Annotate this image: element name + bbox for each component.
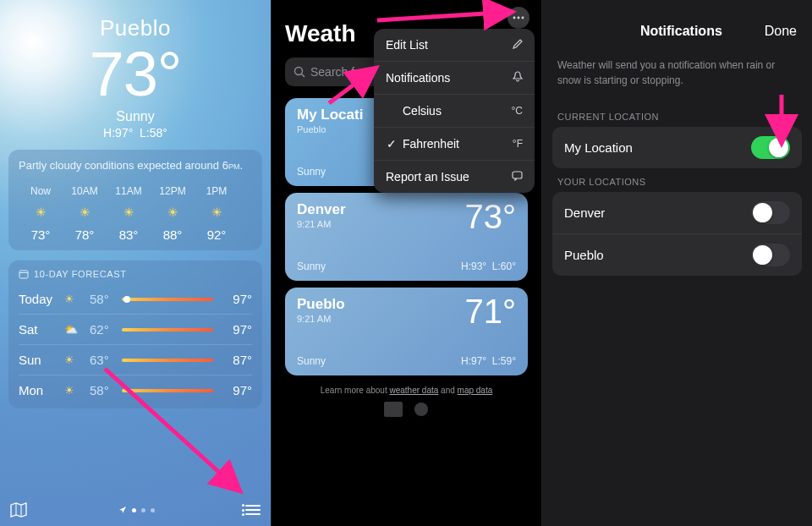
svg-rect-7	[384, 402, 403, 417]
forecast-message-card: Partly cloudy conditions expected around…	[8, 150, 262, 250]
condition-label: Sunny	[0, 109, 271, 124]
menu-edit-list[interactable]: Edit List	[374, 29, 535, 62]
high-temp: H:97°	[103, 126, 133, 140]
hourly-item: Now☀73°	[19, 185, 63, 242]
map-data-link[interactable]: map data	[458, 386, 493, 395]
ten-day-card: 10-DAY FORECAST Today☀58°97° Sat⛅62°97° …	[8, 260, 262, 408]
sun-icon: ☀	[195, 205, 239, 219]
location-label: Pueblo	[564, 248, 604, 262]
temp-range-bar	[122, 328, 213, 331]
learn-more-text: Learn more about weather data and map da…	[272, 386, 541, 395]
section-current-location: CURRENT LOCATION	[542, 112, 812, 122]
sun-icon: ☀	[19, 205, 63, 219]
my-location-row: My Location	[552, 127, 802, 168]
sun-icon: ☀	[107, 205, 151, 219]
hourly-item: 2P☀94	[239, 185, 252, 242]
calendar-icon	[19, 269, 29, 279]
weather-data-link[interactable]: weather data	[389, 386, 438, 395]
fahrenheit-symbol: °F	[513, 138, 523, 150]
svg-point-8	[414, 403, 428, 416]
map-icon[interactable]	[10, 502, 27, 518]
more-options-button[interactable]	[508, 7, 529, 29]
provider-icon	[414, 402, 429, 417]
weather-list-screen: Weath Search for a My LocatiPueblo Sunny…	[271, 0, 541, 526]
search-placeholder: Search for a	[310, 65, 375, 79]
card-condition: Sunny	[297, 166, 326, 178]
menu-fahrenheit[interactable]: ✓Fahrenheit°F	[374, 128, 535, 161]
day-row[interactable]: Mon☀58°97°	[19, 375, 252, 405]
forecast-message: Partly cloudy conditions expected around…	[19, 158, 252, 173]
search-icon	[294, 66, 305, 78]
speech-bubble-icon	[512, 171, 523, 184]
menu-celsius[interactable]: Celsius°C	[374, 95, 535, 128]
ellipsis-icon	[513, 16, 524, 19]
location-arrow-icon	[118, 506, 127, 514]
denver-toggle[interactable]	[751, 201, 790, 224]
low-temp: L:58°	[140, 126, 167, 140]
location-name: Pueblo	[0, 0, 271, 41]
hourly-forecast[interactable]: Now☀73° 10AM☀78° 11AM☀83° 12PM☀88° 1PM☀9…	[19, 185, 252, 242]
temp-range-bar	[122, 359, 213, 362]
menu-notifications[interactable]: Notifications	[374, 62, 535, 95]
location-denver-row: Denver	[552, 192, 802, 234]
card-temp: 73°	[465, 198, 517, 236]
page-indicator[interactable]	[118, 506, 155, 514]
checkmark-icon: ✓	[386, 137, 398, 151]
high-low: H:97° L:58°	[0, 126, 271, 140]
options-menu: Edit List Notifications Celsius°C ✓Fahre…	[374, 29, 535, 193]
svg-rect-0	[19, 271, 28, 278]
pueblo-toggle[interactable]	[751, 244, 790, 266]
pencil-icon	[513, 39, 523, 52]
location-label: Denver	[564, 205, 605, 220]
location-card-denver[interactable]: Denver9:21 AM 73° SunnyH:93° L:60°	[285, 193, 528, 281]
bottom-toolbar	[0, 494, 271, 526]
my-location-label: My Location	[564, 140, 633, 155]
hourly-item: 1PM☀92°	[195, 185, 239, 242]
location-pueblo-row: Pueblo	[552, 234, 802, 276]
svg-rect-12	[513, 172, 522, 178]
day-row[interactable]: Sat⛅62°97°	[19, 314, 252, 344]
sun-icon: ☀	[64, 384, 90, 397]
sun-icon: ☀	[64, 293, 90, 305]
your-locations-group: Denver Pueblo	[552, 192, 802, 276]
description-text: Weather will send you a notification whe…	[542, 47, 812, 103]
list-button[interactable]	[245, 504, 261, 516]
sun-icon: ☀	[64, 353, 90, 366]
card-condition: Sunny	[297, 355, 326, 367]
bell-icon	[513, 71, 523, 85]
location-card-pueblo[interactable]: Pueblo9:21 AM 71° SunnyH:97° L:59°	[285, 288, 528, 375]
done-button[interactable]: Done	[765, 24, 797, 39]
page-title: Notifications	[640, 24, 722, 39]
svg-point-11	[522, 17, 524, 19]
celsius-symbol: °C	[512, 105, 523, 117]
temp-range-bar	[122, 298, 213, 301]
partly-cloudy-icon: ⛅	[64, 323, 90, 336]
notifications-settings-screen: Notifications Done Weather will send you…	[541, 0, 812, 526]
hourly-item: 12PM☀88°	[151, 185, 195, 242]
current-temperature: 73°	[0, 43, 271, 106]
day-row[interactable]: Sun☀63°87°	[19, 344, 252, 375]
card-condition: Sunny	[297, 260, 326, 272]
hourly-item: 10AM☀78°	[63, 185, 107, 242]
section-your-locations: YOUR LOCATIONS	[542, 177, 812, 187]
my-location-toggle[interactable]	[751, 136, 790, 159]
menu-report-issue[interactable]: Report an Issue	[374, 161, 535, 193]
temp-range-bar	[122, 389, 213, 392]
svg-line-6	[302, 74, 305, 78]
svg-point-10	[518, 17, 520, 19]
card-temp: 71°	[465, 293, 517, 331]
svg-point-9	[513, 17, 516, 19]
weather-channel-icon	[384, 402, 403, 417]
header: Notifications Done	[542, 0, 812, 47]
svg-point-5	[295, 68, 303, 75]
weather-detail-screen: Pueblo 73° Sunny H:97° L:58° Partly clou…	[0, 0, 271, 526]
sun-icon: ☀	[151, 205, 195, 219]
ten-day-header: 10-DAY FORECAST	[19, 269, 252, 279]
hourly-item: 11AM☀83°	[107, 185, 151, 242]
provider-logos	[272, 402, 541, 420]
sun-icon: ☀	[239, 205, 252, 219]
sun-icon: ☀	[63, 205, 107, 219]
day-row[interactable]: Today☀58°97°	[19, 284, 252, 314]
